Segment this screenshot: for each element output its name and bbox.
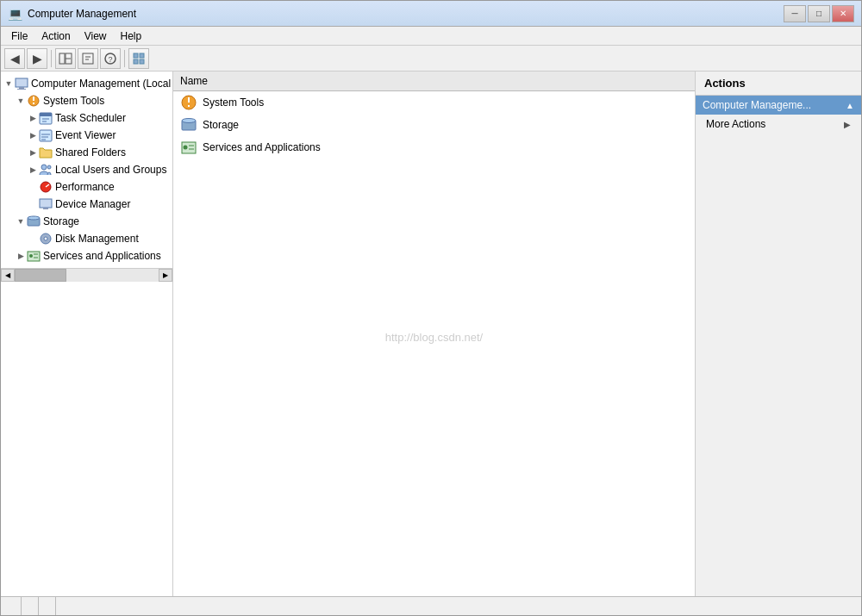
svg-point-37 [29, 254, 33, 258]
menu-file[interactable]: File [4, 28, 34, 44]
svg-point-27 [47, 165, 51, 169]
svg-point-26 [41, 165, 47, 170]
tree-item-event-viewer[interactable]: ▶ Event Viewer [1, 127, 172, 144]
svg-rect-10 [134, 59, 138, 64]
more-actions-label: More Actions [706, 118, 765, 130]
label-storage: Storage [43, 215, 79, 227]
disk-management-icon [39, 232, 53, 246]
svg-point-44 [182, 119, 196, 123]
label-local-users-groups: Local Users and Groups [55, 164, 166, 176]
menu-bar: File Action View Help [1, 27, 861, 46]
expand-storage[interactable]: ▼ [15, 215, 27, 227]
close-button[interactable]: ✕ [832, 5, 854, 22]
actions-section-computer-management[interactable]: Computer Manageme... ▲ [696, 96, 861, 115]
window-title: Computer Management [28, 8, 136, 20]
expand-local-users-groups[interactable]: ▶ [27, 164, 39, 176]
tree-item-computer-management[interactable]: ▼ Computer Management (Local [1, 75, 172, 92]
back-button[interactable]: ◀ [4, 48, 25, 69]
minimize-button[interactable]: ─ [784, 5, 806, 22]
event-viewer-icon [39, 128, 53, 142]
system-tools-icon [27, 94, 41, 108]
tree-item-services-apps[interactable]: ▶ Services and Applications [1, 247, 172, 264]
scroll-left-button[interactable]: ◀ [1, 269, 15, 282]
expand-system-tools[interactable]: ▼ [15, 95, 27, 107]
svg-rect-16 [33, 96, 34, 101]
menu-help[interactable]: Help [114, 28, 149, 44]
tree-item-local-users-groups[interactable]: ▶ Local Users and Groups [1, 161, 172, 178]
svg-rect-14 [17, 89, 26, 90]
list-header: Name [173, 72, 695, 91]
list-icon-storage [180, 116, 197, 134]
svg-rect-3 [83, 53, 93, 64]
list-item-services-apps[interactable]: Services and Applications [173, 136, 695, 159]
properties-button[interactable] [128, 48, 149, 69]
label-services-apps: Services and Applications [43, 250, 161, 262]
device-manager-icon [39, 197, 53, 211]
expand-computer-management[interactable]: ▼ [3, 78, 15, 90]
label-shared-folders: Shared Folders [55, 146, 126, 159]
toolbar-separator-2 [124, 50, 125, 67]
svg-rect-9 [140, 53, 144, 58]
status-segment-2 [22, 597, 39, 615]
storage-icon [27, 215, 41, 228]
expand-services-apps[interactable]: ▶ [15, 250, 27, 262]
list-item-storage[interactable]: Storage [173, 114, 695, 136]
svg-rect-30 [40, 199, 52, 208]
list-icon-services-apps [180, 139, 197, 156]
scroll-right-button[interactable]: ▶ [159, 269, 172, 282]
tree-item-performance[interactable]: Performance [1, 178, 172, 196]
menu-view[interactable]: View [78, 28, 114, 44]
expand-task-scheduler[interactable]: ▶ [27, 112, 39, 124]
list-label-system-tools: System Tools [203, 96, 264, 109]
list-header-name: Name [180, 75, 688, 87]
help-button[interactable]: ? [100, 48, 121, 69]
main-window: 💻 Computer Management ─ □ ✕ File Action … [0, 0, 862, 616]
list-item-system-tools[interactable]: System Tools [173, 91, 695, 114]
more-actions-chevron: ▶ [844, 120, 851, 129]
tree-item-shared-folders[interactable]: ▶ Shared Folders [1, 144, 172, 161]
restore-button[interactable]: □ [808, 5, 830, 22]
title-bar: 💻 Computer Management ─ □ ✕ [1, 1, 861, 27]
tree-item-disk-management[interactable]: Disk Management [1, 230, 172, 247]
show-hide-button[interactable] [55, 48, 76, 69]
svg-rect-8 [134, 53, 138, 58]
actions-item-more-actions[interactable]: More Actions ▶ [696, 115, 861, 134]
label-disk-management: Disk Management [55, 233, 139, 245]
list-icon-system-tools [180, 94, 197, 111]
label-computer-management: Computer Management (Local [31, 78, 171, 90]
svg-rect-42 [188, 105, 190, 107]
forward-button[interactable]: ▶ [27, 48, 47, 69]
expand-shared-folders[interactable]: ▶ [27, 146, 39, 159]
svg-rect-11 [140, 59, 144, 64]
scroll-track[interactable] [15, 269, 159, 282]
svg-point-35 [44, 237, 47, 240]
computer-management-icon [15, 77, 28, 90]
expand-event-viewer[interactable]: ▶ [27, 129, 39, 141]
title-bar-left: 💻 Computer Management [8, 7, 136, 21]
tree-item-task-scheduler[interactable]: ▶ Task Scheduler [1, 109, 172, 127]
actions-header: Actions [696, 72, 861, 96]
list-label-storage: Storage [203, 119, 239, 131]
label-event-viewer: Event Viewer [55, 129, 116, 141]
left-panel: ▼ Computer Management (Local ▼ System To… [1, 72, 173, 596]
tree-item-device-manager[interactable]: Device Manager [1, 196, 172, 213]
svg-rect-17 [33, 103, 34, 104]
tree-item-storage[interactable]: ▼ Storage [1, 213, 172, 230]
label-task-scheduler: Task Scheduler [55, 112, 126, 124]
tree-scrollbar[interactable]: ◀ ▶ [1, 268, 172, 282]
label-device-manager: Device Manager [55, 198, 130, 210]
export-button[interactable] [78, 48, 98, 69]
watermark: http://blog.csdn.net/ [173, 159, 695, 344]
status-bar [1, 596, 861, 615]
svg-rect-19 [40, 113, 52, 116]
export-icon [81, 52, 95, 65]
menu-action[interactable]: Action [34, 28, 77, 44]
task-scheduler-icon [39, 111, 53, 125]
scroll-thumb[interactable] [15, 269, 66, 282]
svg-rect-12 [16, 78, 28, 87]
local-users-groups-icon [39, 163, 53, 177]
tree-item-system-tools[interactable]: ▼ System Tools [1, 92, 172, 109]
right-panel: Actions Computer Manageme... ▲ More Acti… [696, 72, 861, 596]
svg-rect-0 [59, 53, 65, 64]
main-content: ▼ Computer Management (Local ▼ System To… [1, 72, 861, 596]
